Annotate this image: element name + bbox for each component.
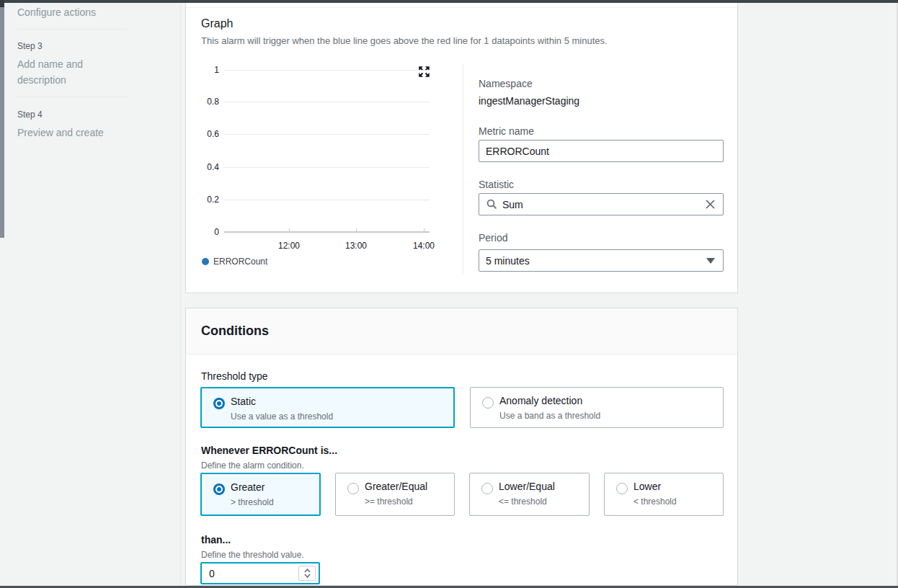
legend-label-errorcount[interactable]: ERRORCount: [213, 257, 267, 267]
operator-lower-equal-option[interactable]: Lower/Equal <= threshold: [469, 473, 590, 516]
y-axis-tick: 0.4: [196, 161, 219, 173]
y-axis-tick: 1: [196, 64, 219, 76]
radio-selected-icon[interactable]: [213, 398, 225, 409]
chevron-up-icon: [304, 569, 311, 573]
legend-swatch-errorcount: [202, 258, 209, 265]
expand-chart-button[interactable]: [418, 66, 430, 78]
threshold-value-field: [200, 562, 320, 584]
operator-greater-option[interactable]: Greater > threshold: [200, 473, 321, 516]
threshold-type-static-option[interactable]: Static Use a value as a threshold: [200, 387, 455, 428]
sidebar-divider: [17, 29, 128, 30]
gridline: [224, 167, 430, 168]
radio-selected-icon[interactable]: [213, 484, 225, 495]
y-axis-tick: 0.8: [196, 96, 219, 107]
radio-unselected-icon[interactable]: [481, 483, 493, 494]
operator-greater-equal-option[interactable]: Greater/Equal >= threshold: [335, 473, 455, 516]
sidebar-divider: [17, 97, 128, 97]
option-subtitle: >= threshold: [365, 496, 413, 507]
chevron-down-icon: [304, 574, 311, 578]
sidebar-item-configure-actions[interactable]: Configure actions: [17, 4, 133, 20]
search-icon: [486, 199, 497, 210]
option-subtitle: < threshold: [634, 496, 677, 507]
whenever-description: Define the alarm condition.: [201, 460, 304, 471]
option-title: Static: [231, 396, 256, 407]
graph-section-description: This alarm will trigger when the blue li…: [201, 35, 608, 46]
period-select[interactable]: 5 minutes: [479, 249, 724, 272]
x-axis-tickmark: [424, 228, 424, 231]
graph-section-title: Graph: [201, 17, 233, 30]
create-alarm-page: Configure actions Step 3 Add name and de…: [0, 0, 898, 588]
card-top-divider: [186, 7, 737, 8]
than-label: than...: [201, 534, 231, 545]
x-axis-tickmark: [289, 228, 290, 231]
chevron-down-icon: [706, 258, 715, 264]
radio-unselected-icon[interactable]: [482, 397, 494, 409]
radio-unselected-icon[interactable]: [347, 483, 359, 494]
option-title: Lower/Equal: [499, 481, 555, 492]
conditions-header: Conditions: [186, 308, 737, 355]
metric-name-field: [479, 140, 724, 162]
namespace-label: Namespace: [479, 78, 724, 89]
statistic-field[interactable]: Sum: [479, 193, 724, 215]
option-subtitle: Use a band as a threshold: [499, 411, 600, 421]
conditions-card: Conditions Threshold type Static Use a v…: [185, 308, 738, 586]
option-subtitle: <= threshold: [499, 496, 547, 507]
statistic-value[interactable]: Sum: [502, 199, 705, 210]
threshold-type-anomaly-option[interactable]: Anomaly detection Use a band as a thresh…: [470, 387, 724, 428]
whenever-label: Whenever ERRORCount is...: [201, 445, 337, 456]
option-subtitle: Use a value as a threshold: [231, 411, 333, 422]
metric-name-label: Metric name: [479, 125, 724, 137]
left-edge-strip-top: [0, 0, 4, 7]
x-axis-line: [224, 231, 430, 233]
sidebar-item-preview-create[interactable]: Preview and create: [17, 125, 133, 141]
sidebar-step4-label: Step 4: [17, 110, 43, 120]
statistic-label: Statistic: [479, 179, 724, 190]
sidebar-separator: [180, 3, 181, 586]
operator-lower-option[interactable]: Lower < threshold: [604, 473, 724, 516]
period-label: Period: [479, 232, 724, 244]
namespace-value: ingestManagerStaging: [479, 95, 724, 107]
left-edge-strip: [0, 0, 4, 238]
option-title: Anomaly detection: [499, 395, 582, 406]
radio-unselected-icon[interactable]: [616, 483, 628, 494]
conditions-title: Conditions: [201, 324, 269, 339]
than-description: Define the threshold value.: [201, 550, 304, 560]
gridline: [224, 134, 430, 135]
panel-divider: [463, 63, 463, 275]
x-axis-tick: 13:00: [338, 241, 374, 251]
expand-icon: [418, 66, 430, 78]
number-stepper[interactable]: [298, 566, 316, 581]
graph-card: Graph This alarm will trigger when the b…: [185, 3, 738, 293]
gridline: [224, 102, 430, 102]
threshold-type-label: Threshold type: [201, 370, 268, 382]
gridline: [224, 200, 430, 200]
y-axis-tick: 0.2: [196, 194, 219, 205]
y-axis-tick: 0.6: [196, 128, 219, 140]
option-title: Lower: [634, 481, 661, 492]
x-axis-tickmark: [356, 228, 357, 231]
period-value: 5 minutes: [486, 255, 706, 267]
x-axis-tick: 12:00: [271, 241, 307, 251]
sidebar-step3-label: Step 3: [17, 41, 43, 51]
sidebar-item-add-name-description[interactable]: Add name and description: [17, 56, 111, 88]
option-subtitle: > threshold: [231, 497, 274, 507]
y-axis-tick: 0: [196, 226, 219, 238]
clear-statistic-icon[interactable]: [705, 199, 716, 210]
gridline: [224, 70, 430, 71]
option-title: Greater: [231, 481, 264, 493]
metric-name-input[interactable]: [479, 141, 723, 161]
x-axis-tick: 14:00: [406, 241, 442, 251]
option-title: Greater/Equal: [365, 481, 427, 492]
